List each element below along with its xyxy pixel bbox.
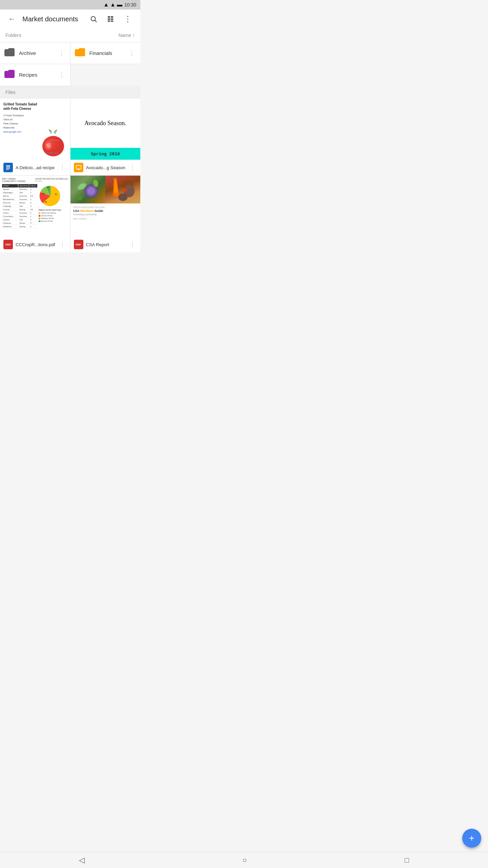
recipes-folder-name: Recipes bbox=[19, 72, 53, 78]
crop-date: July 2014 bbox=[35, 180, 68, 182]
folder-grid-empty bbox=[70, 64, 141, 85]
page-title: Market documents bbox=[22, 15, 83, 23]
svg-rect-21 bbox=[77, 170, 80, 170]
archive-more-button[interactable]: ⋮ bbox=[57, 48, 66, 58]
svg-text:16: 16 bbox=[42, 193, 44, 195]
file-item-avocado-season[interactable]: Avocado Season. Spring 2016 Avocado...g … bbox=[70, 99, 141, 175]
svg-rect-7 bbox=[111, 21, 113, 22]
status-bar: ▲ ▲ ▬ 10:30 bbox=[0, 0, 140, 9]
back-button[interactable]: ← bbox=[5, 12, 18, 26]
csa-company-footer: DRY CREEK bbox=[73, 218, 138, 220]
svg-rect-5 bbox=[111, 18, 113, 20]
crop-rotation-more-button[interactable]: ⋮ bbox=[58, 239, 67, 250]
crop-pie-chart: 51 20 16 13 bbox=[39, 184, 62, 208]
csa-report-more-button[interactable]: ⋮ bbox=[128, 239, 137, 250]
overflow-menu-button[interactable]: ⋮ bbox=[121, 12, 135, 26]
svg-text:20: 20 bbox=[45, 201, 47, 203]
status-icons: ▲ ▲ ▬ bbox=[103, 2, 122, 8]
csa-fresh-label: FRESH AWESOME NATURAL bbox=[73, 206, 138, 209]
svg-rect-17 bbox=[6, 168, 10, 169]
pie-legend: Yellow Corn 603 lbs Carrots 324 lbs Radi… bbox=[39, 212, 68, 222]
svg-rect-4 bbox=[108, 18, 110, 20]
battery-icon: ▬ bbox=[117, 2, 122, 8]
crop-rotation-footer: PDF CCCropR...tions.pdf ⋮ bbox=[0, 237, 70, 252]
folders-section-header: Folders Name ↑ bbox=[0, 28, 140, 42]
file-item-tomato-salad[interactable]: Grilled Tomato Saladwith Feta Cheese 4 F… bbox=[0, 99, 70, 175]
csa-report-filename: CSA Report bbox=[86, 242, 126, 247]
crop-rotation-preview: DRY CREEKCOMMUNITY FARMS CROP ROTATION S… bbox=[0, 176, 70, 237]
avocado-banner-text: Spring 2016 bbox=[91, 151, 120, 156]
svg-text:13: 13 bbox=[47, 186, 49, 189]
csa-report-preview: FRESH AWESOME NATURAL CSA Members Guide … bbox=[70, 176, 141, 237]
archive-folder-name: Archive bbox=[19, 50, 53, 56]
svg-rect-6 bbox=[108, 21, 110, 22]
folders-grid: Archive ⋮ Financials ⋮ Recipes ⋮ bbox=[0, 42, 140, 85]
files-label: Files bbox=[5, 90, 16, 95]
chart-title: Highest Current Yield Crops bbox=[39, 209, 68, 211]
folder-item-financials[interactable]: Financials ⋮ bbox=[70, 42, 141, 64]
folder-item-archive[interactable]: Archive ⋮ bbox=[0, 42, 70, 64]
files-section-header: Files bbox=[0, 86, 140, 99]
folder-item-recipes[interactable]: Recipes ⋮ bbox=[0, 64, 70, 85]
tomato-salad-footer: A Delicio...ad recipe ⋮ bbox=[0, 160, 70, 175]
app-bar: ← Market documents ⋮ bbox=[0, 9, 140, 28]
recipes-folder-icon bbox=[4, 69, 15, 81]
financials-more-button[interactable]: ⋮ bbox=[127, 48, 136, 58]
file-item-csa-report[interactable]: FRESH AWESOME NATURAL CSA Members Guide … bbox=[70, 176, 141, 252]
svg-line-1 bbox=[95, 20, 97, 22]
svg-rect-19 bbox=[76, 165, 81, 169]
svg-text:51: 51 bbox=[55, 193, 57, 195]
signal-icon: ▲ bbox=[110, 2, 116, 8]
svg-rect-18 bbox=[6, 169, 9, 170]
tomato-illustration: TOMATOES bbox=[37, 129, 67, 156]
financials-folder-name: Financials bbox=[89, 50, 124, 56]
svg-point-0 bbox=[91, 17, 96, 21]
crop-company: DRY CREEKCOMMUNITY FARMS bbox=[2, 178, 25, 182]
csa-report-footer: PDF CSA Report ⋮ bbox=[70, 237, 141, 252]
files-grid: Grilled Tomato Saladwith Feta Cheese 4 F… bbox=[0, 99, 140, 252]
recipes-more-button[interactable]: ⋮ bbox=[57, 70, 66, 80]
crop-schedule-label: CROP ROTATION SCHEDULE bbox=[35, 178, 68, 180]
archive-folder-icon bbox=[4, 47, 15, 59]
svg-point-31 bbox=[74, 194, 83, 201]
avocado-season-footer: Avocado...g Season ⋮ bbox=[70, 160, 141, 175]
csa-title: CSA Members Guide bbox=[73, 209, 138, 213]
crop-table: CROPSEASONFIELD ApplesSummer1 AsparagusF… bbox=[2, 184, 37, 228]
tomato-salad-more-button[interactable]: ⋮ bbox=[58, 162, 67, 173]
sort-control[interactable]: Name ↑ bbox=[119, 33, 135, 38]
svg-rect-2 bbox=[108, 16, 110, 18]
csa-vegetables-image bbox=[70, 176, 141, 203]
avocado-banner: Spring 2016 bbox=[70, 148, 141, 160]
svg-rect-3 bbox=[111, 16, 113, 18]
tomato-label: TOMATOES bbox=[45, 152, 59, 154]
svg-rect-20 bbox=[78, 169, 79, 170]
grid-view-button[interactable] bbox=[104, 13, 117, 25]
status-time: 10:30 bbox=[124, 2, 136, 7]
svg-rect-16 bbox=[6, 167, 10, 168]
tomato-salad-preview: Grilled Tomato Saladwith Feta Cheese 4 F… bbox=[0, 99, 70, 160]
csa-subtitle: A Growing Community bbox=[73, 213, 138, 216]
svg-rect-15 bbox=[6, 165, 10, 166]
avocado-top-area: Avocado Season. bbox=[70, 99, 141, 148]
svg-point-35 bbox=[118, 194, 127, 201]
csa-report-text-area: FRESH AWESOME NATURAL CSA Members Guide … bbox=[70, 203, 141, 237]
folders-label: Folders bbox=[5, 33, 21, 38]
doc-type-icon bbox=[3, 163, 13, 172]
svg-point-30 bbox=[87, 188, 95, 195]
financials-folder-icon bbox=[75, 47, 85, 59]
crop-rotation-filename: CCCropR...tions.pdf bbox=[16, 242, 55, 247]
avocado-title: Avocado Season. bbox=[82, 120, 129, 127]
wifi-icon: ▲ bbox=[103, 2, 109, 8]
sort-name-label: Name bbox=[119, 33, 131, 38]
pdf-type-icon-crop: PDF bbox=[3, 240, 13, 249]
slides-type-icon bbox=[74, 163, 83, 172]
tomato-salad-filename: A Delicio...ad recipe bbox=[16, 165, 55, 170]
file-item-crop-rotation[interactable]: DRY CREEKCOMMUNITY FARMS CROP ROTATION S… bbox=[0, 176, 70, 252]
svg-point-12 bbox=[49, 143, 50, 144]
pdf-type-icon-csa: PDF bbox=[74, 240, 83, 249]
tomato-recipe-title: Grilled Tomato Saladwith Feta Cheese bbox=[3, 102, 67, 111]
search-button[interactable] bbox=[87, 13, 100, 25]
avocado-season-preview: Avocado Season. Spring 2016 bbox=[70, 99, 141, 160]
avocado-season-more-button[interactable]: ⋮ bbox=[128, 162, 137, 173]
svg-point-14 bbox=[48, 146, 50, 147]
